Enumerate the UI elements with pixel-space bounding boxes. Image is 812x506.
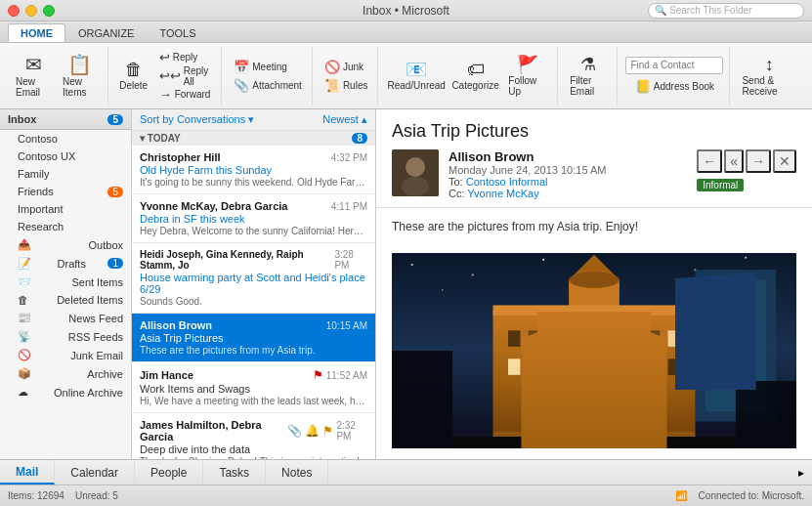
meeting-stack: 📅 Meeting 📎 Attachment xyxy=(230,58,306,94)
email-time-2: 3:28 PM xyxy=(334,249,367,271)
sidebar-item-deleted[interactable]: 🗑 Deleted Items xyxy=(0,291,131,309)
flag-icon-4: ⚑ xyxy=(313,368,323,382)
tab-organize[interactable]: ORGANIZE xyxy=(65,23,147,42)
reply-button[interactable]: ↩ Reply xyxy=(155,49,216,66)
email-item-0[interactable]: Christopher Hill 4:32 PM Old Hyde Farm t… xyxy=(132,146,375,194)
sort-direction[interactable]: Newest ▴ xyxy=(322,113,367,126)
junk-button[interactable]: 🚫 Junk xyxy=(321,58,372,75)
sidebar-item-friends[interactable]: Friends 5 xyxy=(0,183,131,200)
ribbon-group-meeting: 📅 Meeting 📎 Attachment xyxy=(224,47,313,105)
sidebar-item-sent[interactable]: 📨 Sent Items xyxy=(0,273,131,291)
forward-icon: → xyxy=(159,87,172,102)
forward-button[interactable]: → Forward xyxy=(155,86,216,104)
sidebar-item-contoso-ux[interactable]: Contoso UX xyxy=(0,148,131,165)
sidebar-item-contoso[interactable]: Contoso xyxy=(0,130,131,148)
email-prev-all-button[interactable]: « xyxy=(724,149,744,173)
sort-by-conversations[interactable]: Sort by Conversations ▾ xyxy=(140,113,254,126)
ribbon-group-contacts: 📒 Address Book xyxy=(620,47,730,105)
svg-rect-44 xyxy=(392,351,452,448)
junk-stack: 🚫 Junk 📜 Rules xyxy=(321,58,372,94)
sidebar-item-archive[interactable]: 📦 Archive xyxy=(0,364,131,383)
bottom-nav-mail[interactable]: Mail xyxy=(0,460,55,485)
send-receive-button[interactable]: ↕ Send & Receive xyxy=(738,54,800,99)
sidebar-outbox-label: Outbox xyxy=(89,239,123,251)
bottom-nav-calendar[interactable]: Calendar xyxy=(55,460,135,485)
email-preview-4: Hi, We have a meeting with the leads las… xyxy=(140,396,367,406)
find-contact-input[interactable] xyxy=(625,57,723,74)
rules-button[interactable]: 📜 Rules xyxy=(321,76,372,94)
email-preview-1: Hey Debra, Welcome to the sunny Californ… xyxy=(140,226,367,236)
sidebar-junk-label: Junk Email xyxy=(70,350,123,361)
email-time-3: 10:15 AM xyxy=(326,320,367,331)
email-item-3[interactable]: Allison Brown 10:15 AM Asia Trip Picture… xyxy=(132,314,375,362)
svg-point-9 xyxy=(442,289,444,291)
email-item-4[interactable]: Jim Hance ⚑ 11:52 AM Work Items and Swag… xyxy=(132,362,375,413)
sidebar-item-family[interactable]: Family xyxy=(0,165,131,183)
calendar-nav-label: Calendar xyxy=(70,466,118,480)
follow-up-button[interactable]: 🚩 Follow Up xyxy=(504,54,551,99)
email-item-5[interactable]: James Halmilton, Debra Garcia 📎 🔔 ⚑ 2:32… xyxy=(132,413,375,459)
ribbon-toolbar: ✉ New Email 📋 New Items 🗑 Delete ↩ Reply… xyxy=(0,43,812,109)
sidebar-item-junk[interactable]: 🚫 Junk Email xyxy=(0,346,131,364)
email-item-1[interactable]: Yvonne McKay, Debra Garcia 4:11 PM Debra… xyxy=(132,194,375,243)
attachment-button[interactable]: 📎 Attachment xyxy=(230,76,306,94)
sidebar-drafts-label: Drafts xyxy=(58,258,86,270)
bottom-nav-people[interactable]: People xyxy=(135,460,203,485)
maximize-button[interactable] xyxy=(43,5,55,17)
window-controls[interactable] xyxy=(8,5,55,17)
sidebar-item-outbox[interactable]: 📤 Outbox xyxy=(0,235,131,254)
expand-icon: ▸ xyxy=(798,466,804,480)
sidebar-contoso-ux-label: Contoso UX xyxy=(18,150,75,162)
sidebar-item-online-archive[interactable]: ☁ Online Archive xyxy=(0,383,131,401)
reply-all-icon: ↩↩ xyxy=(159,68,181,83)
svg-point-1 xyxy=(406,157,425,177)
sidebar-header: Inbox 5 xyxy=(0,109,131,130)
email-time-5: 2:32 PM xyxy=(336,420,367,442)
tab-home[interactable]: HOME xyxy=(8,23,65,42)
sidebar-item-newsfeed[interactable]: 📰 News Feed xyxy=(0,309,131,327)
sidebar-family-label: Family xyxy=(18,168,49,180)
bottom-nav-tasks[interactable]: Tasks xyxy=(203,460,266,485)
bottom-nav-expand[interactable]: ▸ xyxy=(791,460,812,485)
email-next-button[interactable]: → xyxy=(746,149,771,173)
sidebar-item-drafts[interactable]: 📝 Drafts 1 xyxy=(0,254,131,273)
sidebar-item-important[interactable]: Important xyxy=(0,200,131,218)
filter-email-button[interactable]: ⚗ Filter Email xyxy=(566,54,611,99)
read-unread-button[interactable]: 📧 Read/Unread xyxy=(386,59,446,93)
email-date-group-today: ▾ TODAY 8 xyxy=(132,131,375,146)
svg-rect-39 xyxy=(648,358,660,375)
ribbon-group-actions: 🗑 Delete ↩ Reply ↩↩ Reply All → Forward xyxy=(110,47,223,105)
email-to-value: Contoso Informal xyxy=(466,176,548,188)
email-subject-4: Work Items and Swags xyxy=(140,383,367,395)
new-email-button[interactable]: ✉ New Email xyxy=(12,53,55,100)
meeting-button[interactable]: 📅 Meeting xyxy=(230,58,306,75)
email-meta-cc: Cc: Yvonne McKay xyxy=(449,188,687,199)
minimize-button[interactable] xyxy=(25,5,37,17)
svg-rect-46 xyxy=(493,432,696,437)
email-close-button[interactable]: ✕ xyxy=(773,149,796,173)
delete-button[interactable]: 🗑 Delete xyxy=(116,59,151,93)
new-items-button[interactable]: 📋 New Items xyxy=(59,53,102,100)
address-book-button[interactable]: 📒 Address Book xyxy=(631,78,718,96)
close-button[interactable] xyxy=(8,5,20,17)
ribbon-tabs: HOME ORGANIZE TOOLS xyxy=(0,21,812,43)
tab-tools[interactable]: TOOLS xyxy=(147,23,208,42)
email-pane-title: Asia Trip Pictures xyxy=(392,121,796,142)
folder-search-box[interactable]: 🔍 Search This Folder xyxy=(648,3,804,19)
sidebar-newsfeed-icon: 📰 xyxy=(18,312,31,324)
email-prev-button[interactable]: ← xyxy=(697,149,722,173)
sidebar-item-research[interactable]: Research xyxy=(0,218,131,235)
categorize-button[interactable]: 🏷 Categorize xyxy=(450,59,500,93)
sidebar-item-rss[interactable]: 📡 RSS Feeds xyxy=(0,327,131,346)
address-book-icon: 📒 xyxy=(635,79,651,94)
svg-rect-37 xyxy=(607,358,619,375)
bottom-nav-notes[interactable]: Notes xyxy=(266,460,328,485)
email-photo xyxy=(392,253,796,448)
email-body: These are the pictures from my Asia trip… xyxy=(376,208,812,245)
svg-rect-26 xyxy=(508,330,520,347)
reply-all-button[interactable]: ↩↩ Reply All xyxy=(155,67,216,85)
email-sender-5: James Halmilton, Debra Garcia xyxy=(140,419,287,443)
junk-icon: 🚫 xyxy=(324,60,340,74)
email-item-2[interactable]: Heidi Joseph, Gina Kennedy, Raiph Stamm,… xyxy=(132,243,375,314)
sort-direction-label: Newest xyxy=(322,113,359,125)
